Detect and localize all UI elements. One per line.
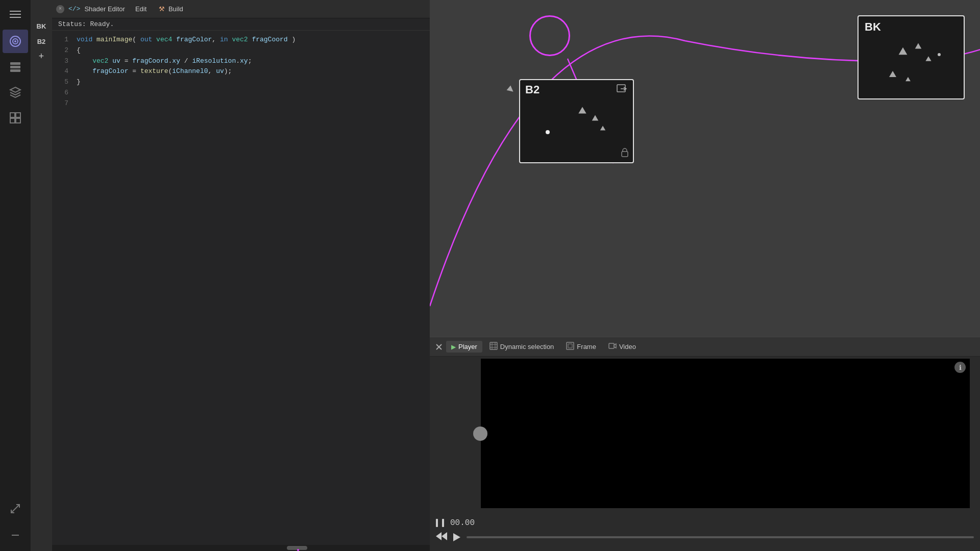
menu-icon-line2	[10, 14, 21, 15]
svg-rect-13	[617, 85, 625, 92]
b2-lock-icon[interactable]	[621, 148, 629, 159]
editor-panel: × </> Shader Editor Edit ⚒ Build Status:…	[52, 0, 430, 551]
player-controls-row2	[436, 532, 974, 543]
svg-rect-25	[609, 343, 614, 348]
player-progress-bar[interactable]	[467, 536, 974, 538]
line-num-3: 3	[52, 56, 68, 67]
svg-rect-18	[490, 342, 497, 349]
bk-triangle-5	[905, 77, 911, 81]
status-text: Status: Ready.	[58, 20, 114, 28]
svg-rect-9	[10, 118, 15, 123]
svg-marker-27	[442, 532, 447, 540]
editor-menu: Edit ⚒ Build	[133, 4, 185, 14]
pink-circle-node[interactable]	[529, 15, 570, 56]
player-info-button[interactable]: ℹ	[954, 362, 966, 373]
sidebar-item-layers[interactable]	[3, 55, 28, 79]
svg-rect-3	[10, 62, 20, 65]
bk-triangle-3	[925, 56, 931, 61]
grid-icon	[9, 111, 22, 124]
b2-export-icon[interactable]	[617, 84, 628, 96]
video-label: Video	[619, 343, 636, 350]
node-graph[interactable]: BK B2	[430, 0, 980, 337]
editor-scrollbar[interactable]	[52, 545, 430, 551]
b2-node[interactable]: B2	[519, 79, 634, 163]
editor-side-tabs: BK B2 +	[31, 0, 52, 551]
sidebar-item-resize[interactable]	[3, 497, 28, 520]
editor-close-button[interactable]: ×	[56, 5, 64, 13]
svg-point-2	[14, 40, 16, 42]
line-num-7: 7	[52, 98, 68, 109]
status-bar: Status: Ready.	[52, 18, 430, 31]
player-tab-dynamic-selection[interactable]: Dynamic selection	[484, 340, 559, 354]
frame-icon	[566, 342, 574, 352]
sidebar	[0, 0, 31, 551]
sidebar-item-minimize[interactable]	[3, 523, 28, 547]
bk-dot-1	[938, 53, 941, 56]
svg-rect-4	[10, 66, 20, 68]
dynamic-selection-label: Dynamic selection	[500, 343, 554, 350]
timecode-display: 00.00	[450, 518, 475, 528]
minimize-icon	[10, 530, 21, 541]
layers-icon	[9, 61, 22, 73]
b2-node-header: B2	[520, 80, 633, 99]
b2-center-dot	[546, 130, 550, 134]
svg-rect-10	[16, 118, 20, 123]
close-icon	[435, 343, 443, 350]
player-content: ℹ	[430, 357, 980, 510]
bk-node-title: BK	[859, 16, 964, 38]
player-video-area	[481, 359, 970, 508]
player-controls-row1: 00.00	[436, 518, 974, 528]
bk-triangle-1	[899, 47, 908, 55]
player-tab-video[interactable]: Video	[603, 340, 641, 354]
pause-bar-left	[436, 519, 438, 527]
editor-position-indicator	[297, 549, 299, 551]
b2-node-content	[520, 99, 633, 161]
svg-rect-24	[568, 344, 572, 348]
menu-edit[interactable]: Edit	[133, 4, 149, 14]
player-pause-button[interactable]	[436, 519, 444, 527]
menu-icon-line3	[10, 17, 21, 18]
svg-rect-15	[622, 152, 628, 157]
bk-node-content	[859, 38, 964, 99]
player-controls: 00.00	[430, 510, 980, 551]
svg-marker-26	[614, 344, 616, 348]
b2-triangle-1	[578, 107, 586, 113]
tab-b2[interactable]: B2	[31, 34, 52, 49]
player-panel: ▶ Player Dynamic selection	[430, 337, 980, 551]
svg-marker-6	[10, 87, 20, 92]
player-drag-handle[interactable]	[473, 427, 487, 441]
play-triangle-icon	[453, 533, 460, 541]
editor-title: Shader Editor	[84, 5, 125, 13]
player-tab-label: Player	[458, 343, 477, 350]
svg-rect-8	[16, 113, 20, 117]
code-editor[interactable]: void mainImage( out vec4 fragColor, in v…	[72, 31, 430, 545]
player-tab-player[interactable]: ▶ Player	[446, 341, 482, 353]
code-area[interactable]: 1 2 3 4 5 6 7 void mainImage( out vec4 f…	[52, 31, 430, 545]
sidebar-item-target[interactable]	[3, 30, 28, 53]
resize-icon	[10, 503, 21, 514]
menu-build[interactable]: ⚒ Build	[157, 4, 185, 14]
menu-icon-line1	[10, 11, 21, 12]
line-num-1: 1	[52, 35, 68, 45]
line-num-5: 5	[52, 77, 68, 88]
tab-bk[interactable]: BK	[31, 18, 52, 34]
stack-icon	[9, 86, 22, 99]
bk-node[interactable]: BK	[857, 15, 965, 99]
target-icon	[9, 35, 22, 48]
player-rewind-button[interactable]	[436, 532, 447, 543]
line-num-2: 2	[52, 45, 68, 56]
right-panel: BK B2	[430, 0, 980, 551]
player-play-button[interactable]	[453, 533, 460, 541]
svg-line-11	[11, 505, 19, 513]
player-close-button[interactable]	[434, 342, 444, 352]
line-num-6: 6	[52, 88, 68, 98]
menu-button[interactable]	[5, 5, 26, 23]
video-icon	[608, 342, 617, 352]
add-tab-button[interactable]: +	[31, 49, 52, 64]
sidebar-item-grid[interactable]	[3, 106, 28, 130]
svg-marker-28	[436, 532, 442, 540]
app-layout: BK B2 + × </> Shader Editor Edit ⚒ Build…	[0, 0, 980, 551]
player-tab-frame[interactable]: Frame	[561, 340, 601, 354]
sidebar-item-stack[interactable]	[3, 81, 28, 104]
editor-titlebar: × </> Shader Editor Edit ⚒ Build	[52, 0, 430, 18]
